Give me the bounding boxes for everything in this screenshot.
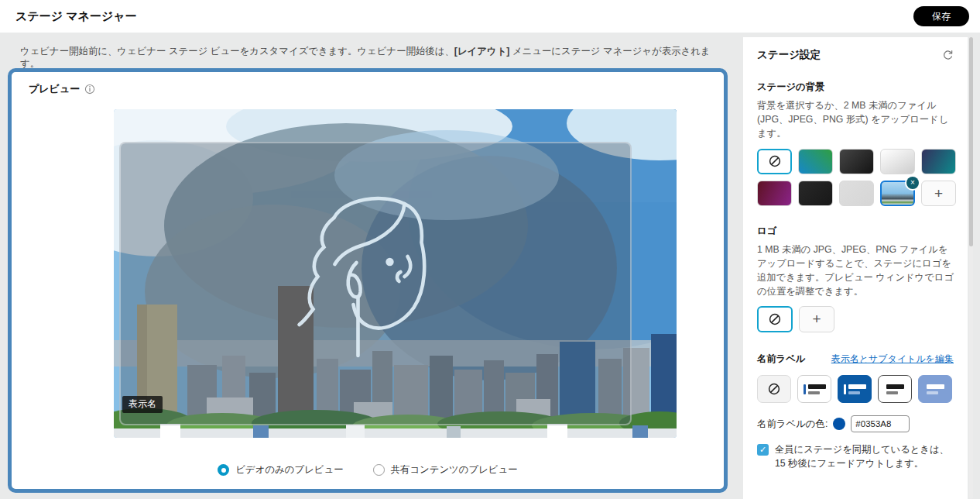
name-label-styles: [757, 375, 954, 403]
none-icon: [768, 312, 782, 326]
name-tag: 表示名: [122, 396, 163, 413]
preview-title: プレビュー: [29, 82, 80, 96]
video-preview-overlay[interactable]: 表示名: [119, 142, 632, 425]
scrollbar-thumb[interactable]: [969, 37, 973, 246]
logo-none[interactable]: [757, 306, 793, 332]
app-header: ステージ マネージャー 保存: [0, 0, 980, 33]
name-label-style-outline-dark[interactable]: [878, 375, 912, 403]
sidebar-scrollbar[interactable]: [969, 37, 973, 499]
sidebar-title: ステージ設定: [757, 48, 821, 62]
radio-icon[interactable]: [218, 464, 229, 476]
info-icon: [84, 84, 95, 95]
name-label-style-none[interactable]: [757, 375, 791, 403]
preview-radio-0[interactable]: ビデオのみのプレビュー: [218, 463, 343, 477]
bg-light-gray[interactable]: [839, 181, 874, 206]
sync-fadeout-text: 全員にステージを同期しているときは、15 秒後にフェードアウトします。: [775, 443, 954, 471]
banner-line1: ウェビナー開始前に、ウェビナー ステージ ビューをカスタマイズできます。ウェビナ…: [20, 45, 726, 70]
background-thumbnails: ×+: [757, 149, 954, 206]
bg-add-button[interactable]: +: [921, 181, 956, 206]
name-label-style-accent-light[interactable]: [797, 375, 831, 403]
color-swatch[interactable]: [833, 418, 845, 430]
edit-display-name-link[interactable]: 表示名とサブタイトルを編集: [831, 353, 954, 366]
name-label-style-accent-solid-blue[interactable]: [838, 375, 872, 403]
name-label-style-solid-periwinkle[interactable]: [918, 375, 952, 403]
radio-label: 共有コンテンツのプレビュー: [391, 463, 518, 477]
logo-description: 1 MB 未満の JPG、JPEG、PNG ファイルをアップロードすることで、ス…: [757, 243, 954, 299]
logo-heading: ロゴ: [757, 225, 954, 238]
bg-gradient-navy-teal[interactable]: [921, 149, 956, 174]
bg-city-image[interactable]: ×: [880, 181, 915, 206]
background-heading: ステージの背景: [757, 81, 954, 94]
avatar-placeholder-icon: [288, 187, 462, 369]
none-icon: [767, 382, 781, 396]
sync-fadeout-checkbox[interactable]: ✓: [757, 444, 769, 456]
bg-gradient-blue-green[interactable]: [798, 149, 833, 174]
bg-none[interactable]: [757, 149, 792, 174]
bg-gradient-silver-silk[interactable]: [880, 149, 915, 174]
none-icon: [768, 154, 782, 168]
name-label-color-label: 名前ラベルの色:: [757, 418, 828, 431]
bg-gradient-maroon-magenta[interactable]: [757, 181, 792, 206]
name-label-heading: 名前ラベル: [757, 353, 805, 366]
stage-settings-sidebar: ステージ設定 ステージの背景 背景を選択するか、2 MB 未満のファイル (JP…: [743, 37, 968, 499]
logo-buttons: +: [757, 306, 954, 332]
radio-label: ビデオのみのプレビュー: [235, 463, 343, 477]
preview-mode-radios: ビデオのみのプレビュー共有コンテンツのプレビュー: [12, 463, 724, 477]
preview-panel: プレビュー: [8, 68, 728, 493]
preview-radio-1[interactable]: 共有コンテンツのプレビュー: [373, 463, 518, 477]
page-title: ステージ マネージャー: [15, 0, 137, 33]
refresh-icon[interactable]: [942, 50, 954, 61]
bg-black[interactable]: [798, 181, 833, 206]
color-hex-input[interactable]: [851, 415, 910, 432]
stage-background-image: 表示名: [114, 109, 677, 438]
background-description: 背景を選択するか、2 MB 未満のファイル (JPG、JPEG、PNG 形式) …: [757, 98, 954, 141]
remove-background-icon[interactable]: ×: [906, 177, 919, 189]
logo-add-button[interactable]: +: [799, 306, 834, 332]
save-button[interactable]: 保存: [913, 6, 969, 26]
radio-icon[interactable]: [373, 464, 385, 476]
bg-gradient-dark-wave[interactable]: [839, 149, 874, 174]
